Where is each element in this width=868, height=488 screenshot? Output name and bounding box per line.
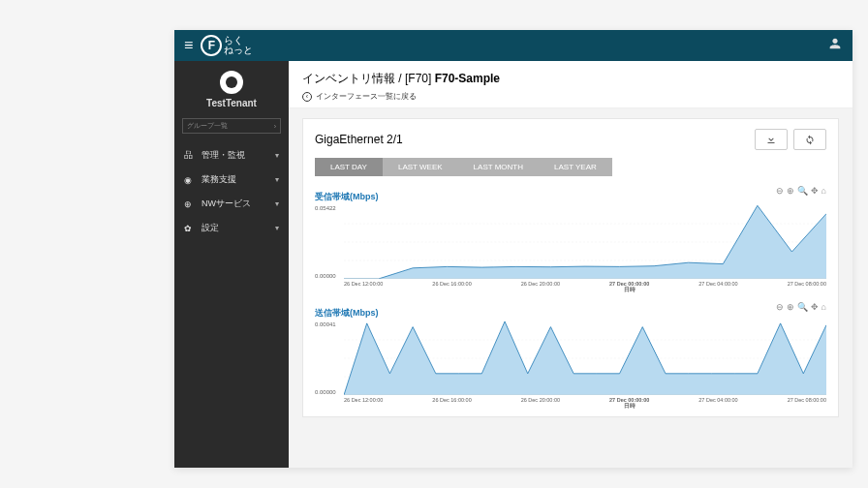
group-select[interactable]: グループ一覧 › xyxy=(182,118,281,134)
brand-mark: F xyxy=(201,35,222,56)
tab-last-day[interactable]: LAST DAY xyxy=(315,158,383,176)
zoom-in-icon[interactable]: ⊕ xyxy=(787,186,794,196)
tenant-avatar-icon[interactable] xyxy=(220,71,243,94)
chart-rx: 受信帯域(Mbps) ⊖ ⊕ 🔍 ✥ ⌂ 0.05422 0.00000 26 … xyxy=(315,186,826,292)
menu-icon[interactable]: ≡ xyxy=(184,37,193,54)
chevron-down-icon: ▾ xyxy=(275,199,279,208)
sidebar-item-manage[interactable]: 品 管理・監視 ▾ xyxy=(174,143,289,168)
chevron-down-icon: ▾ xyxy=(275,175,279,184)
gear-icon: ✿ xyxy=(184,224,196,233)
chart-tx-plot[interactable] xyxy=(344,321,826,395)
chart-tx-title: 送信帯域(Mbps) xyxy=(315,308,379,318)
sidebar-item-settings[interactable]: ✿ 設定 ▾ xyxy=(174,216,289,240)
zoom-out-icon[interactable]: ⊖ xyxy=(776,302,784,312)
user-icon[interactable] xyxy=(827,36,843,55)
pan-icon[interactable]: ✥ xyxy=(811,186,819,196)
tx-ymax: 0.00041 xyxy=(315,321,336,327)
back-arrow-icon: ‹ xyxy=(302,92,312,102)
main-content: インベントリ情報 / [F70] F70-Sample ‹ インターフェース一覧… xyxy=(289,61,852,468)
tenant-name: TestTenant xyxy=(174,98,289,108)
refresh-button[interactable] xyxy=(793,129,826,150)
chevron-down-icon: ▾ xyxy=(275,224,279,232)
tab-last-year[interactable]: LAST YEAR xyxy=(539,158,612,176)
pan-icon[interactable]: ✥ xyxy=(811,302,819,312)
chart-tx-tools: ⊖ ⊕ 🔍 ✥ ⌂ xyxy=(776,302,826,312)
sidebar-item-nw[interactable]: ⊕ NWサービス ▾ xyxy=(174,192,289,216)
group-placeholder: グループ一覧 xyxy=(187,121,228,131)
chart-tx-xaxis: 26 Dec 12:00:0026 Dec 16:00:0026 Dec 20:… xyxy=(344,397,826,409)
chart-tx: 送信帯域(Mbps) ⊖ ⊕ 🔍 ✥ ⌂ 0.00041 0.00000 26 … xyxy=(315,302,826,409)
zoom-select-icon[interactable]: 🔍 xyxy=(797,302,808,312)
chart-rx-title: 受信帯域(Mbps) xyxy=(315,192,379,201)
sitemap-icon: 品 xyxy=(184,149,196,162)
tenant-block: TestTenant xyxy=(174,61,289,112)
tx-ymin: 0.00000 xyxy=(315,389,336,395)
chart-rx-plot[interactable] xyxy=(344,205,826,279)
range-tabs: LAST DAY LAST WEEK LAST MONTH LAST YEAR xyxy=(315,158,826,176)
zoom-select-icon[interactable]: 🔍 xyxy=(797,186,808,196)
download-button[interactable] xyxy=(755,129,788,150)
tab-last-month[interactable]: LAST MONTH xyxy=(458,158,539,176)
chart-rx-xaxis: 26 Dec 12:00:0026 Dec 16:00:0026 Dec 20:… xyxy=(344,281,826,292)
home-icon[interactable]: ⌂ xyxy=(822,186,826,196)
zoom-in-icon[interactable]: ⊕ xyxy=(787,302,794,312)
rx-ymax: 0.05422 xyxy=(315,205,336,211)
sidebar: TestTenant グループ一覧 › 品 管理・監視 ▾ ◉ 業務支援 ▾ ⊕… xyxy=(174,61,289,468)
globe-icon: ◉ xyxy=(184,175,196,185)
world-icon: ⊕ xyxy=(184,199,196,209)
zoom-out-icon[interactable]: ⊖ xyxy=(776,186,784,196)
home-icon[interactable]: ⌂ xyxy=(822,302,826,312)
page-header: インベントリ情報 / [F70] F70-Sample ‹ インターフェース一覧… xyxy=(289,61,852,108)
rx-ymin: 0.00000 xyxy=(315,273,336,279)
breadcrumb: インベントリ情報 / [F70] F70-Sample xyxy=(302,71,839,87)
sidebar-item-gyoumu[interactable]: ◉ 業務支援 ▾ xyxy=(174,168,289,192)
brand-line2: ねっと xyxy=(224,46,253,55)
top-bar: ≡ F らく ねっと xyxy=(174,30,852,61)
tab-last-week[interactable]: LAST WEEK xyxy=(383,158,458,176)
chart-rx-tools: ⊖ ⊕ 🔍 ✥ ⌂ xyxy=(776,186,826,196)
brand-logo[interactable]: F らく ねっと xyxy=(201,35,253,56)
interface-card: GigaEthernet 2/1 LAST DAY LAST WEEK LAST… xyxy=(302,118,839,417)
chevron-right-icon: › xyxy=(274,123,276,130)
chevron-down-icon: ▾ xyxy=(275,151,279,160)
back-link[interactable]: ‹ インターフェース一覧に戻る xyxy=(302,91,839,102)
card-title: GigaEthernet 2/1 xyxy=(315,133,403,146)
